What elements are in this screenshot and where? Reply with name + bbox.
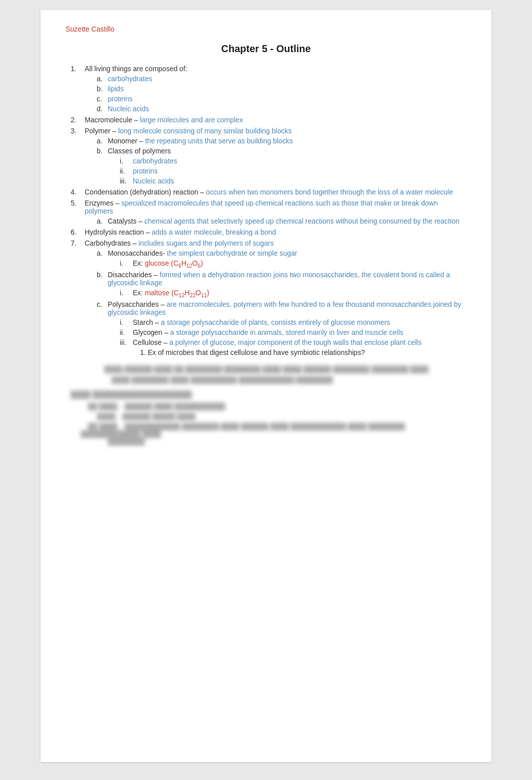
alpha-sublist: Monosaccharides- the simplest carbohydra…	[85, 249, 466, 356]
main-outline-list: All living things are composed of: carbo…	[66, 65, 466, 356]
roman-sublist: Ex: maltose (C12H22O11)	[108, 289, 466, 298]
item-text: Catalysts – chemical agents that selecti…	[108, 217, 459, 225]
list-item: Disaccharides – formed when a dehydratio…	[97, 271, 466, 298]
item-text: Polymer – long molecule consisting of ma…	[85, 127, 292, 135]
item-text: Nucleic acids	[108, 105, 149, 113]
list-item: Classes of polymers carbohydrates protei…	[97, 147, 466, 185]
item-text: Nucleic acids	[133, 177, 174, 185]
list-item: carbohydrates	[97, 75, 466, 83]
item-text: Cellulose – a polymer of glucose, major …	[133, 338, 422, 346]
list-item: Catalysts – chemical agents that selecti…	[97, 217, 466, 225]
list-item: Enzymes – specialized macromolecules tha…	[71, 199, 466, 225]
list-item: Cellulose – a polymer of glucose, major …	[120, 338, 466, 356]
item-text: Monosaccharides- the simplest carbohydra…	[108, 249, 297, 257]
list-item: Ex of microbes that digest cellulose and…	[148, 348, 466, 356]
blurred-sublines: ██ ████ – ██████ ████ ███████████ ████ –…	[71, 403, 466, 445]
list-item: Ex: maltose (C12H22O11)	[120, 289, 466, 298]
list-item: Glycogen – a storage polysaccharide in a…	[120, 328, 466, 336]
blurred-line: ████ – ██████ █████ ████	[81, 413, 466, 420]
item-text: Macromolecule – large molecules and are …	[85, 116, 243, 124]
item-text: lipids	[108, 85, 124, 93]
list-item: Condensation (dehydration) reaction – oc…	[71, 188, 466, 196]
alpha-sublist: Monomer – the repeating units that serve…	[85, 137, 466, 185]
roman-sublist: Starch – a storage polysaccharide of pla…	[108, 318, 466, 356]
item-text: Classes of polymers	[108, 147, 171, 155]
list-item: Polysaccharides – are macromolecules, po…	[97, 300, 466, 356]
list-item: Monosaccharides- the simplest carbohydra…	[97, 249, 466, 269]
item-text: All living things are composed of:	[85, 65, 187, 73]
list-item: Hydrolysis reaction – adds a water molec…	[71, 228, 466, 236]
item-text: Ex: maltose (C12H22O11)	[133, 289, 209, 297]
blurred-section: ████ ██████ ████ ██ ████████ ████████ ██…	[66, 365, 466, 383]
blurred-line: ██ ████ – ████████████ ████████ ████ ███…	[81, 423, 466, 445]
list-item: Polymer – long molecule consisting of ma…	[71, 127, 466, 185]
item-text: Polysaccharides – are macromolecules, po…	[108, 300, 461, 316]
blurred-line: ██ ████ – ██████ ████ ███████████	[81, 403, 466, 410]
list-item: Nucleic acids	[120, 177, 466, 185]
item-text: Carbohydrates – includes sugars and the …	[85, 239, 274, 247]
list-item: Starch – a storage polysaccharide of pla…	[120, 318, 466, 326]
item-text: Condensation (dehydration) reaction – oc…	[85, 188, 453, 196]
roman-sublist: carbohydrates proteins Nucleic acids	[108, 157, 466, 185]
item-text: Hydrolysis reaction – adds a water molec…	[85, 228, 276, 236]
roman-sublist: Ex: glucose (C6H12O6)	[108, 259, 466, 269]
list-item: Ex: glucose (C6H12O6)	[120, 259, 466, 269]
list-item: Nucleic acids	[97, 105, 466, 113]
blurred-line: ████ ████████ ████ ██████████ ██████████…	[81, 376, 466, 383]
item-text: Glycogen – a storage polysaccharide in a…	[133, 328, 403, 336]
item-text: carbohydrates	[108, 75, 152, 83]
item-text: Disaccharides – formed when a dehydratio…	[108, 271, 450, 287]
list-item: proteins	[97, 95, 466, 103]
item-text: Ex: glucose (C6H12O6)	[133, 259, 203, 267]
item-text: Starch – a storage polysaccharide of pla…	[133, 318, 390, 326]
numeric-sublist: Ex of microbes that digest cellulose and…	[133, 348, 466, 356]
list-item: All living things are composed of: carbo…	[71, 65, 466, 113]
item-text: proteins	[133, 167, 158, 175]
item-text: Ex of microbes that digest cellulose and…	[148, 348, 365, 356]
chapter-title: Chapter 5 - Outline	[66, 43, 466, 55]
blurred-section-2: ████ ████████████████████ ██ ████ – ████…	[66, 391, 466, 445]
list-item: Macromolecule – large molecules and are …	[71, 116, 466, 124]
item-text: Monomer – the repeating units that serve…	[108, 137, 293, 145]
list-item: Monomer – the repeating units that serve…	[97, 137, 466, 145]
list-item: proteins	[120, 167, 466, 175]
author-name: Suzette Castillo	[66, 25, 466, 33]
list-item: Carbohydrates – includes sugars and the …	[71, 239, 466, 356]
blurred-header: ████ ████████████████████	[71, 391, 466, 399]
blurred-line: ████ ██████ ████ ██ ████████ ████████ ██…	[81, 365, 466, 373]
item-text: carbohydrates	[133, 157, 177, 165]
alpha-sublist: carbohydrates lipids proteins Nucleic ac…	[85, 75, 466, 113]
item-text: proteins	[108, 95, 133, 103]
list-item: lipids	[97, 85, 466, 93]
item-text: Enzymes – specialized macromolecules tha…	[85, 199, 438, 215]
list-item: carbohydrates	[120, 157, 466, 165]
alpha-sublist: Catalysts – chemical agents that selecti…	[85, 217, 466, 225]
page: Suzette Castillo Chapter 5 - Outline All…	[41, 10, 491, 762]
